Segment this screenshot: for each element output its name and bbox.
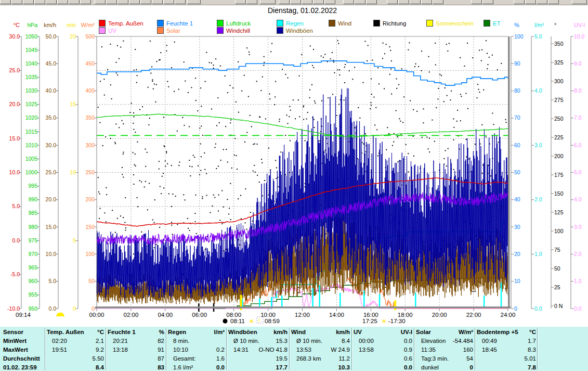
table-group-unit: l/m² — [167, 328, 225, 337]
table-cell-value: O-NO 41.8 — [227, 346, 288, 354]
axis-tick-label: 300 — [554, 78, 564, 84]
axis-sunshine-left: min20151050 — [67, 22, 78, 312]
table-cell-value: 15.3 — [227, 337, 288, 346]
axis-tick-label: 970 — [28, 251, 37, 257]
axis-tick-label: 8.0 — [574, 87, 582, 94]
table-cell-value: 83 — [107, 363, 164, 371]
axis-tick-label: 40 — [514, 196, 520, 202]
axis-tick-label: 2.0 — [534, 196, 542, 202]
axis-solar-left: W/m²500450400350300250200150100500 — [81, 22, 97, 312]
chart-legend: Temp. AußenFeuchte 1LuftdruckRegenWindRi… — [0, 20, 588, 35]
axis-tick-label: 1000 — [25, 169, 38, 175]
axis-tick-label: 125 — [554, 209, 564, 215]
legend-swatch — [426, 20, 433, 27]
axis-tick-label: 25.0 — [46, 169, 57, 175]
table-row-label: Sensor — [3, 328, 23, 337]
x-tick-label: 08:00 — [226, 312, 241, 318]
axis-tick-label: 3.0 — [534, 142, 542, 148]
axis-tick-label: 1035 — [25, 74, 38, 80]
axis-tick-label: 400 — [85, 87, 95, 94]
legend-item-windb-en: Windböen — [277, 27, 313, 34]
axis-tick-label: 75 — [554, 247, 560, 253]
rain-rate-bar — [312, 288, 313, 306]
axis-tick-label: 0.0 — [574, 305, 582, 312]
table-cell-value: 87 — [107, 354, 164, 363]
sunset-sun-icon: ☀ — [381, 317, 387, 325]
axis-tick-label: 15.0 — [9, 135, 20, 142]
legend-label: Richtung — [383, 20, 406, 27]
axis-tick-label: 80 — [514, 87, 520, 94]
table-divider-highlight — [106, 328, 107, 370]
table-cell-value: 10.3 — [290, 363, 350, 371]
axis-tick-label: 200 — [85, 196, 95, 202]
axis-tick-label: 20 — [514, 251, 520, 257]
rain-rate-bar — [363, 291, 365, 307]
legend-label: ET — [493, 20, 501, 27]
axis-tick-label: 950 — [28, 305, 37, 312]
axis-tick-label: 985 — [28, 210, 37, 216]
table-cell-value: 2.1 — [46, 337, 104, 346]
axis-tick-label: 35.0 — [46, 114, 57, 121]
table-group-unit: km/h — [290, 328, 350, 337]
axis-tick-label: 1.0 — [574, 278, 582, 284]
table-divider-highlight — [538, 328, 538, 370]
axis-tick-label: 1025 — [25, 101, 38, 107]
table-group-unit: °C — [46, 328, 104, 337]
dusk-time-label: -17:30 — [388, 318, 406, 324]
legend-label: Regen — [286, 20, 304, 27]
table-cell-value: 1.6 — [167, 354, 225, 363]
axis-tick-label: 200 — [554, 153, 564, 159]
legend-label: Wind — [338, 20, 351, 27]
rain-rate-bar — [339, 293, 341, 306]
axis-temp-left: °C30.025.020.015.010.05.00.0-5.0-10.0 — [7, 22, 21, 312]
axis-tick-label: 990 — [28, 196, 37, 202]
axis-tick-label: 10 — [514, 278, 520, 284]
axis-tick-label: 25.0 — [9, 67, 20, 73]
legend-item-feuchte-1: Feuchte 1 — [157, 20, 193, 27]
x-axis-line — [95, 306, 511, 309]
axis-rain-right: l/m²5.04.03.02.01.00.0 — [531, 22, 544, 312]
axis-tick-label: 325 — [554, 59, 564, 66]
table-cell-value: 5.50 — [46, 354, 104, 363]
table-divider-highlight — [166, 328, 167, 370]
axis-tick-label: 20.0 — [9, 101, 20, 107]
axis-tick-label: 250 — [554, 116, 564, 122]
axis-tick-label: 25 — [554, 284, 560, 290]
legend-swatch — [217, 27, 224, 34]
legend-label: Luftdruck — [226, 20, 251, 27]
x-tick-label: 04:00 — [158, 312, 173, 318]
x-tick-label: 02:00 — [124, 312, 139, 318]
axis-tick-label: 10 — [70, 169, 76, 175]
new-moon-icon — [223, 319, 228, 324]
axis-tick-label: 20.0 — [46, 196, 57, 202]
axis-tick-label: 5.0 — [12, 203, 20, 209]
table-group-unit: % — [107, 328, 164, 337]
x-tick-label: 06:00 — [192, 312, 207, 318]
axis-tick-label: -10.0 — [7, 305, 20, 312]
table-cell-value: 0.2 — [167, 346, 225, 354]
legend-item-temp-au-en: Temp. Außen — [99, 20, 143, 27]
x-tick-label: 00:00 — [89, 312, 104, 318]
moon-icon — [56, 313, 64, 316]
legend-item-regen: Regen — [277, 20, 304, 27]
table-cell-value: 9.2 — [46, 346, 104, 354]
axis-tick-label: 350 — [85, 114, 95, 121]
axis-tick-label: 9.0 — [574, 60, 582, 67]
axis-tick-label: -5.0 — [10, 271, 20, 277]
axis-tick-label: 995 — [28, 183, 37, 189]
table-cell-value: 1.7 — [476, 337, 536, 346]
axis-tick-label: 7.0 — [574, 114, 582, 121]
table-cell-value: 0.0 — [352, 337, 412, 346]
table-cell-value: 17.7 — [227, 363, 288, 371]
axis-tick-label: 6.0 — [574, 142, 582, 148]
legend-item-wind: Wind — [329, 20, 351, 27]
axis-tick-label: 1040 — [25, 60, 38, 67]
table-cell-value: 11.2 — [290, 354, 350, 363]
x-tick-label: 24:00 — [501, 312, 516, 318]
legend-swatch — [157, 27, 164, 34]
legend-swatch — [373, 20, 380, 27]
legend-label: UV — [108, 28, 116, 34]
axis-tick-label: 980 — [28, 224, 37, 230]
x-tick-label: 22:00 — [466, 312, 481, 318]
axis-tick-label: 30.0 — [46, 142, 57, 148]
